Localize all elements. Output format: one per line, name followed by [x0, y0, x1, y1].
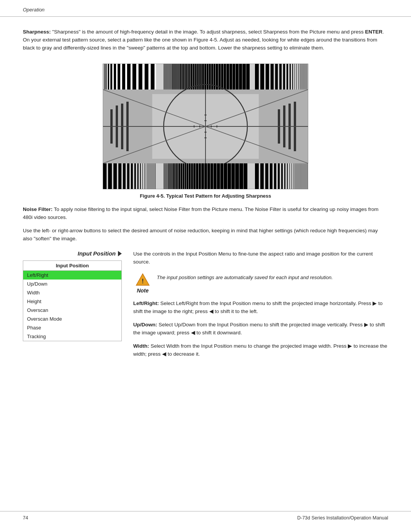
width-paragraph: Width: Select Width from the Input Posit… [133, 342, 388, 358]
svg-rect-41 [191, 64, 192, 89]
noise-filter-text: To apply noise filtering to the input si… [23, 206, 378, 220]
menu-item-row-overscan[interactable]: Overscan [23, 306, 122, 315]
leftright-paragraph: Left/Right: Select Left/Right from the I… [133, 300, 388, 316]
menu-item-row-tracking[interactable]: Tracking [23, 332, 122, 341]
svg-rect-170 [260, 163, 264, 189]
svg-rect-73 [292, 64, 293, 89]
svg-rect-187 [301, 163, 302, 189]
svg-rect-131 [155, 163, 156, 189]
menu-item-row-updown[interactable]: Up/Down [23, 280, 122, 288]
svg-rect-138 [168, 163, 169, 189]
input-position-section: Input Position Input Position Left/Right… [23, 250, 388, 363]
svg-rect-35 [182, 64, 183, 89]
svg-rect-154 [196, 163, 198, 189]
svg-rect-133 [164, 163, 165, 189]
svg-rect-143 [174, 163, 175, 189]
svg-rect-128 [152, 163, 152, 189]
menu-item-phase[interactable]: Phase [23, 323, 122, 332]
svg-rect-121 [142, 163, 143, 189]
svg-rect-149 [185, 163, 186, 189]
svg-rect-162 [220, 163, 223, 189]
svg-rect-174 [278, 163, 280, 189]
svg-rect-76 [298, 64, 299, 89]
note-triangle-icon: ! [135, 272, 150, 287]
menu-item-width[interactable]: Width [23, 288, 122, 297]
svg-rect-65 [260, 64, 264, 89]
svg-rect-122 [144, 163, 145, 189]
svg-rect-159 [210, 163, 213, 189]
svg-rect-192 [307, 163, 307, 189]
menu-item-tracking[interactable]: Tracking [23, 332, 122, 341]
enter-key: ENTER [365, 29, 382, 35]
menu-item-leftright[interactable]: Left/Right [23, 271, 122, 280]
updown-text: Select Up/Down from the Input Position m… [133, 322, 385, 335]
svg-rect-114 [118, 163, 121, 189]
svg-rect-145 [177, 163, 178, 189]
svg-rect-72 [290, 64, 291, 89]
input-position-intro-text: Use the controls in the Input Position M… [133, 251, 373, 265]
svg-rect-63 [246, 64, 250, 89]
menu-item-overscan[interactable]: Overscan [23, 306, 122, 315]
note-text: The input position settings are automati… [157, 272, 333, 281]
menu-item-height[interactable]: Height [23, 297, 122, 306]
svg-rect-38 [186, 64, 187, 89]
svg-rect-82 [306, 64, 306, 89]
figure-container: Figure 4-5. Typical Test Pattern for Adj… [99, 64, 312, 199]
noise-filter-text2: Use the left- or right-arrow buttons to … [23, 228, 378, 241]
svg-rect-24 [170, 64, 170, 89]
svg-rect-34 [180, 64, 181, 89]
manual-title: D-73d Series Installation/Operation Manu… [297, 515, 388, 521]
svg-rect-137 [167, 163, 168, 189]
svg-rect-56 [224, 64, 226, 89]
svg-rect-169 [255, 163, 259, 189]
sharpness-text: "Sharpness" is the amount of high-freque… [23, 29, 384, 51]
svg-rect-112 [108, 163, 112, 189]
svg-rect-148 [183, 163, 184, 189]
svg-rect-22 [168, 64, 169, 89]
noise-filter-paragraph: Noise Filter: To apply noise filtering t… [23, 206, 388, 222]
svg-rect-62 [242, 64, 246, 89]
menu-item-overscanmode[interactable]: Overscan Mode [23, 315, 122, 323]
svg-rect-28 [173, 64, 174, 89]
menu-item-row-width[interactable]: Width [23, 288, 122, 297]
menu-title: Input Position [23, 261, 122, 271]
svg-rect-189 [304, 163, 304, 189]
svg-rect-54 [218, 64, 221, 89]
note-box: ! Note The input position settings are a… [133, 272, 388, 294]
svg-rect-155 [199, 163, 201, 189]
svg-rect-17 [164, 64, 165, 89]
svg-rect-167 [239, 163, 243, 189]
menu-item-row-leftright[interactable]: Left/Right [23, 271, 122, 280]
svg-rect-25 [170, 64, 171, 89]
svg-rect-36 [183, 64, 184, 89]
page-number: 74 [23, 515, 28, 521]
svg-rect-60 [236, 64, 239, 89]
svg-rect-144 [176, 163, 177, 189]
svg-rect-164 [228, 163, 231, 189]
svg-rect-168 [244, 163, 247, 189]
svg-rect-172 [270, 163, 272, 189]
svg-rect-48 [204, 64, 206, 89]
svg-rect-173 [274, 163, 276, 189]
svg-rect-146 [179, 163, 180, 189]
svg-rect-115 [123, 163, 126, 189]
svg-rect-191 [306, 163, 306, 189]
svg-rect-18 [165, 64, 166, 89]
menu-item-row-phase[interactable]: Phase [23, 323, 122, 332]
svg-rect-116 [127, 163, 129, 189]
noise-filter-paragraph2: Use the left- or right-arrow buttons to … [23, 227, 388, 243]
menu-item-updown[interactable]: Up/Down [23, 280, 122, 288]
input-position-intro-para: Use the controls in the Input Position M… [133, 250, 388, 266]
svg-rect-182 [296, 163, 296, 189]
menu-item-row-overscanmode[interactable]: Overscan Mode [23, 315, 122, 323]
svg-rect-177 [287, 163, 288, 189]
menu-item-row-height[interactable]: Height [23, 297, 122, 306]
svg-rect-23 [169, 64, 169, 89]
noise-filter-lead: Noise Filter: [23, 206, 53, 212]
svg-rect-165 [231, 163, 235, 189]
svg-rect-30 [175, 64, 176, 89]
svg-rect-124 [147, 163, 148, 189]
updown-lead: Up/Down: [133, 322, 157, 328]
svg-rect-71 [287, 64, 288, 89]
svg-rect-78 [301, 64, 301, 89]
